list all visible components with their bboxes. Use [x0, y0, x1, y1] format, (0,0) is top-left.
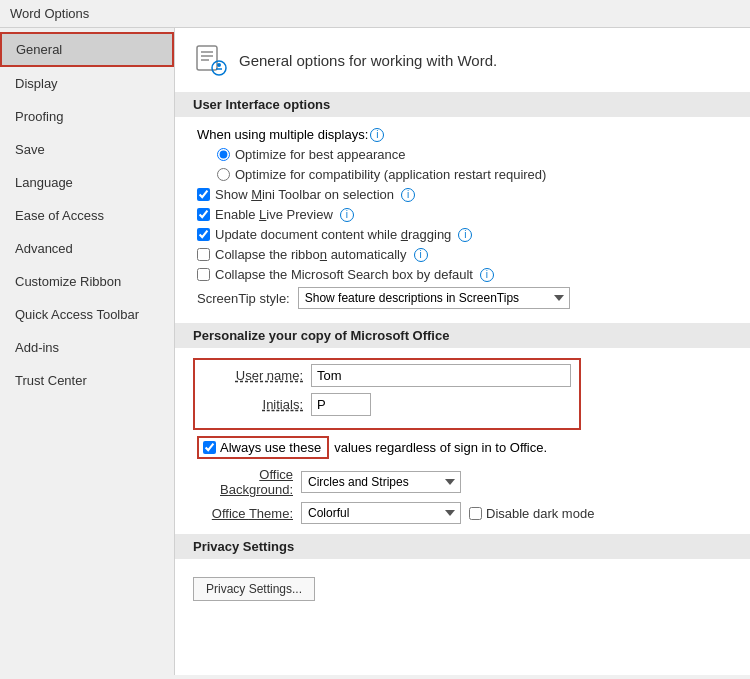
- show-mini-toolbar-row: Show Mini Toolbar on selection i: [193, 187, 732, 202]
- title-bar: Word Options: [0, 0, 750, 28]
- office-theme-label: Office Theme:: [193, 506, 293, 521]
- username-field-label: User name:: [203, 368, 303, 383]
- initials-field-label: Initials:: [203, 397, 303, 412]
- radio-compatibility-label[interactable]: Optimize for compatibility (application …: [217, 167, 546, 182]
- update-doc-content-row: Update document content while dragging i: [193, 227, 732, 242]
- collapse-ribbon-info-icon[interactable]: i: [414, 248, 428, 262]
- username-label-text: User name:: [236, 368, 303, 383]
- collapse-search-checkbox[interactable]: [197, 268, 210, 281]
- always-use-checkbox-wrap: Always use these: [197, 436, 329, 459]
- svg-rect-0: [197, 46, 217, 70]
- page-title: General options for working with Word.: [239, 52, 497, 69]
- sidebar-item-trust-center[interactable]: Trust Center: [0, 364, 174, 397]
- mini-toolbar-info-icon[interactable]: i: [401, 188, 415, 202]
- sidebar-item-general[interactable]: General: [0, 32, 174, 67]
- sidebar: General Display Proofing Save Language E…: [0, 28, 175, 675]
- radio-compatibility-row: Optimize for compatibility (application …: [193, 167, 732, 182]
- multiple-displays-label-row: When using multiple displays: i: [193, 127, 732, 142]
- screentip-select[interactable]: Show feature descriptions in ScreenTips …: [298, 287, 570, 309]
- update-doc-content-checkbox[interactable]: [197, 228, 210, 241]
- general-icon: [193, 42, 229, 78]
- disable-dark-mode-label[interactable]: Disable dark mode: [469, 506, 594, 521]
- username-input[interactable]: [311, 364, 571, 387]
- enable-live-preview-row: Enable Live Preview i: [193, 207, 732, 222]
- always-use-checkbox[interactable]: [203, 441, 216, 454]
- radio-compatibility-text: Optimize for compatibility (application …: [235, 167, 546, 182]
- office-background-select[interactable]: Circles and Stripes No Background Straws: [301, 471, 461, 493]
- office-background-label-text: Office Background:: [220, 467, 293, 497]
- initials-input[interactable]: [311, 393, 371, 416]
- personalize-header: Personalize your copy of Microsoft Offic…: [175, 323, 750, 348]
- title-bar-text: Word Options: [10, 6, 89, 21]
- screentip-label: ScreenTip style:: [197, 291, 290, 306]
- username-initials-outline-box: User name: Initials:: [193, 358, 581, 430]
- update-doc-content-text: Update document content while dragging: [215, 227, 451, 242]
- sidebar-item-ease-of-access[interactable]: Ease of Access: [0, 199, 174, 232]
- update-doc-info-icon[interactable]: i: [458, 228, 472, 242]
- privacy-header: Privacy Settings: [175, 534, 750, 559]
- office-background-row: Office Background: Circles and Stripes N…: [193, 467, 732, 497]
- initials-input-container: [311, 393, 571, 416]
- radio-compatibility[interactable]: [217, 168, 230, 181]
- multiple-displays-info-icon[interactable]: i: [370, 128, 384, 142]
- radio-best-appearance-row: Optimize for best appearance: [193, 147, 732, 162]
- collapse-search-info-icon[interactable]: i: [480, 268, 494, 282]
- username-initials-table: User name: Initials:: [203, 364, 571, 416]
- collapse-ribbon-text: Collapse the ribbon automatically: [215, 247, 407, 262]
- sidebar-item-language[interactable]: Language: [0, 166, 174, 199]
- collapse-search-label[interactable]: Collapse the Microsoft Search box by def…: [197, 267, 494, 282]
- office-theme-label-text: Office Theme:: [212, 506, 293, 521]
- enable-live-preview-checkbox[interactable]: [197, 208, 210, 221]
- radio-best-appearance-label[interactable]: Optimize for best appearance: [217, 147, 406, 162]
- sidebar-item-save[interactable]: Save: [0, 133, 174, 166]
- enable-live-preview-text: Enable Live Preview: [215, 207, 333, 222]
- collapse-search-text: Collapse the Microsoft Search box by def…: [215, 267, 473, 282]
- show-mini-toolbar-checkbox[interactable]: [197, 188, 210, 201]
- disable-dark-mode-text: Disable dark mode: [486, 506, 594, 521]
- office-background-label: Office Background:: [193, 467, 293, 497]
- ui-options-header: User Interface options: [175, 92, 750, 117]
- initials-label-text: Initials:: [263, 397, 303, 412]
- privacy-settings-button[interactable]: Privacy Settings...: [193, 577, 315, 601]
- show-mini-toolbar-label[interactable]: Show Mini Toolbar on selection i: [197, 187, 415, 202]
- content-area: General options for working with Word. U…: [175, 28, 750, 675]
- user-interface-options: When using multiple displays: i Optimize…: [193, 127, 732, 309]
- main-container: General Display Proofing Save Language E…: [0, 28, 750, 675]
- sidebar-item-proofing[interactable]: Proofing: [0, 100, 174, 133]
- page-header: General options for working with Word.: [193, 42, 732, 78]
- enable-live-preview-label[interactable]: Enable Live Preview i: [197, 207, 354, 222]
- disable-dark-mode-checkbox[interactable]: [469, 507, 482, 520]
- multiple-displays-label: When using multiple displays:: [197, 127, 368, 142]
- svg-point-5: [217, 63, 221, 67]
- collapse-ribbon-checkbox[interactable]: [197, 248, 210, 261]
- always-use-text-partial: Always use these: [220, 440, 321, 455]
- theme-row: Colorful Dark Gray Black White Disable d…: [301, 502, 732, 524]
- update-doc-content-label[interactable]: Update document content while dragging i: [197, 227, 472, 242]
- office-theme-row: Office Theme: Colorful Dark Gray Black W…: [193, 502, 732, 524]
- radio-best-appearance-text: Optimize for best appearance: [235, 147, 406, 162]
- always-use-text-rest: values regardless of sign in to Office.: [334, 440, 547, 455]
- privacy-section: Privacy Settings...: [193, 569, 732, 601]
- sidebar-item-advanced[interactable]: Advanced: [0, 232, 174, 265]
- radio-best-appearance[interactable]: [217, 148, 230, 161]
- username-input-container: [311, 364, 571, 387]
- live-preview-info-icon[interactable]: i: [340, 208, 354, 222]
- sidebar-item-add-ins[interactable]: Add-ins: [0, 331, 174, 364]
- always-use-row: Always use these values regardless of si…: [193, 436, 732, 459]
- office-background-select-container: Circles and Stripes No Background Straws: [301, 471, 732, 493]
- show-mini-toolbar-text: Show Mini Toolbar on selection: [215, 187, 394, 202]
- sidebar-item-display[interactable]: Display: [0, 67, 174, 100]
- collapse-search-row: Collapse the Microsoft Search box by def…: [193, 267, 732, 282]
- office-theme-select[interactable]: Colorful Dark Gray Black White: [301, 502, 461, 524]
- sidebar-item-customize-ribbon[interactable]: Customize Ribbon: [0, 265, 174, 298]
- screentip-row: ScreenTip style: Show feature descriptio…: [193, 287, 732, 309]
- personalize-section: User name: Initials: Alw: [193, 358, 732, 524]
- sidebar-item-quick-access-toolbar[interactable]: Quick Access Toolbar: [0, 298, 174, 331]
- collapse-ribbon-row: Collapse the ribbon automatically i: [193, 247, 732, 262]
- collapse-ribbon-label[interactable]: Collapse the ribbon automatically i: [197, 247, 428, 262]
